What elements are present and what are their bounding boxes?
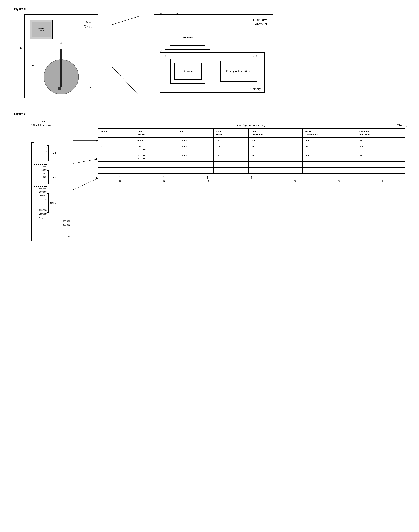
lba-address-title: LBA Address xyxy=(31,124,47,127)
outer-left-bracket xyxy=(31,142,34,241)
arrow-46-num: 46 xyxy=(338,179,340,182)
cell-zone-dots1: ... xyxy=(98,162,135,168)
cell-zone-dots2: ... xyxy=(98,168,135,174)
svg-line-0 xyxy=(112,16,140,25)
arrow-43-up: ↑ xyxy=(207,175,209,179)
label-21-right: 21 xyxy=(159,13,162,15)
table-row: 2 1,000-199,999 100ms OFF ON ON OFF xyxy=(98,144,405,153)
cell-cct-2: 100ms xyxy=(178,144,213,153)
disk-arm xyxy=(60,49,63,87)
arrow-43-num: 43 xyxy=(207,179,209,182)
label-23: 23 xyxy=(32,63,35,66)
figure4-label: Figure 4: xyxy=(14,112,405,116)
label-25-row: 25 xyxy=(42,119,405,123)
figure3-container: 21 20 Disk DriveController DiskDrive ← 2… xyxy=(25,14,405,98)
zone3-numbers: 200,000 200,001 ... ... 299,998 299,999 xyxy=(34,190,47,216)
figure4-section: Figure 4: 25 LBA Address → Configuration… xyxy=(14,112,405,241)
col-write-verify: WriteVerify xyxy=(213,129,249,138)
table-row: 1 0-999 300ms ON OFF OFF ON xyxy=(98,138,405,144)
figure4-full: 25 LBA Address → Configuration Settings … xyxy=(21,119,405,241)
zone1-numbers: 1 2 3 4 ... ... xyxy=(34,142,47,164)
svg-marker-5 xyxy=(96,158,98,160)
sep-199999-num: 199,999 xyxy=(34,186,47,190)
svg-line-1 xyxy=(112,67,140,96)
zoom-connector xyxy=(112,14,140,98)
arrow-42-up: ↑ xyxy=(163,175,165,179)
zone3-bracket xyxy=(47,193,49,213)
cell-rc-2: ON xyxy=(249,144,303,153)
cell-lba-dots1: ... xyxy=(135,162,178,168)
label-211: 211 xyxy=(175,12,179,15)
zone2-label: zone 2 xyxy=(50,176,56,179)
cell-rc-dots1: ... xyxy=(249,162,303,168)
table-area: ZONE LBAAddress CCT WriteVerify ReadCont… xyxy=(98,128,405,182)
processor-box: Processor xyxy=(165,25,210,50)
config-settings-label: Configuration Settings xyxy=(226,70,251,73)
arrow-item-42: ↑ 42 xyxy=(142,175,186,182)
cell-er-3: ON xyxy=(356,153,405,162)
arrow-item-41: ↑ 41 xyxy=(98,175,142,182)
arrow-47-num: 47 xyxy=(382,179,384,182)
cell-zone-1: 1 xyxy=(98,138,135,144)
cell-zone-3: 3 xyxy=(98,153,135,162)
cell-er-dots1: ... xyxy=(356,162,405,168)
memory-box: Memory 212 Firmware 213 Configuration Se… xyxy=(159,52,264,93)
label-24: 24 xyxy=(90,86,92,89)
arrow-45-num: 45 xyxy=(294,179,297,182)
col-lba-address: LBAAddress xyxy=(135,129,178,138)
cell-lba-1: 0-999 xyxy=(135,138,178,144)
cell-lba-3: 200,000-300,000 xyxy=(135,153,178,162)
config-settings-box: Configuration Settings xyxy=(221,61,257,82)
lba-arrow-right: → xyxy=(48,123,51,127)
zone1-row: 1 2 3 4 ... ... zone 1 xyxy=(34,142,70,164)
zone2-bracket xyxy=(47,170,49,184)
disk-area: Disk ← xyxy=(44,59,79,94)
separator-199999: 199,999 xyxy=(34,186,70,190)
cell-wv-3: ON xyxy=(213,153,249,162)
sep-300000-num: 300,000 xyxy=(34,216,47,219)
svg-line-6 xyxy=(74,178,98,190)
label-214-memory: 214 xyxy=(253,55,257,62)
arrow-item-43: ↑ 43 xyxy=(186,175,230,182)
cell-cct-dots2: ... xyxy=(178,168,213,174)
cell-wv-2: OFF xyxy=(213,144,249,153)
arrow-41-up: ↑ xyxy=(119,175,121,179)
label-213: 213 xyxy=(165,55,169,63)
cell-wc-2: ON xyxy=(302,144,356,153)
disk-drive-box: 21 20 Disk DriveController DiskDrive ← 2… xyxy=(25,14,98,98)
cell-rc-1: OFF xyxy=(249,138,303,144)
arrow-44-num: 44 xyxy=(250,179,253,182)
zone3-label: zone 3 xyxy=(50,202,56,204)
zone2-row: 1,000 1,001 1,002 ... ... zone 2 xyxy=(34,168,70,186)
arrow-24-symbol: ← xyxy=(54,85,58,89)
zone1-bracket-label: zone 1 xyxy=(47,142,56,164)
disk-drive-controller-label: Disk DriveController xyxy=(38,27,45,31)
svg-marker-7 xyxy=(96,177,98,179)
cell-wv-dots1: ... xyxy=(213,162,249,168)
col-zone: ZONE xyxy=(98,129,135,138)
col-read-continuous: ReadContinuous xyxy=(249,129,303,138)
table-row: ... ... ... ... ... ... ... xyxy=(98,162,405,168)
col-cct: CCT xyxy=(178,129,213,138)
lba-bracket-outer: 1 2 3 4 ... ... zone 1 xyxy=(31,142,70,241)
label-212: 212 xyxy=(160,50,164,52)
firmware-box: Firmware xyxy=(170,59,205,83)
cell-wv-1: ON xyxy=(213,138,249,144)
col-write-continuous: WriteContinuous xyxy=(302,129,356,138)
disk-dive-controller-title: Disk DiveController xyxy=(253,18,267,26)
firmware-label: Firmware xyxy=(183,70,193,73)
firmware-inner: Firmware xyxy=(174,63,202,80)
post-zone3-numbers: 300,001 300,002 ... ... ... ... xyxy=(34,219,70,241)
lba-numbers-zones: 1 2 3 4 ... ... zone 1 xyxy=(34,142,70,241)
cell-wc-1: OFF xyxy=(302,138,356,144)
fig4-header: LBA Address → Configuration Settings 214… xyxy=(31,123,405,127)
label-25: 25 xyxy=(42,119,45,123)
arrow-214: ↘ xyxy=(405,124,407,128)
figure3-label: Figure 3: xyxy=(14,7,405,11)
arrow-47-up: ↑ xyxy=(382,175,384,179)
controller-diagram: 21 211 Disk DiveController Processor Mem… xyxy=(154,14,273,98)
zone1-bracket xyxy=(47,145,49,161)
config-settings-header: Configuration Settings 214 ↘ xyxy=(98,124,405,127)
figure3-section: Figure 3: 21 20 Disk DriveController Dis… xyxy=(14,7,405,98)
cell-er-1: ON xyxy=(356,138,405,144)
